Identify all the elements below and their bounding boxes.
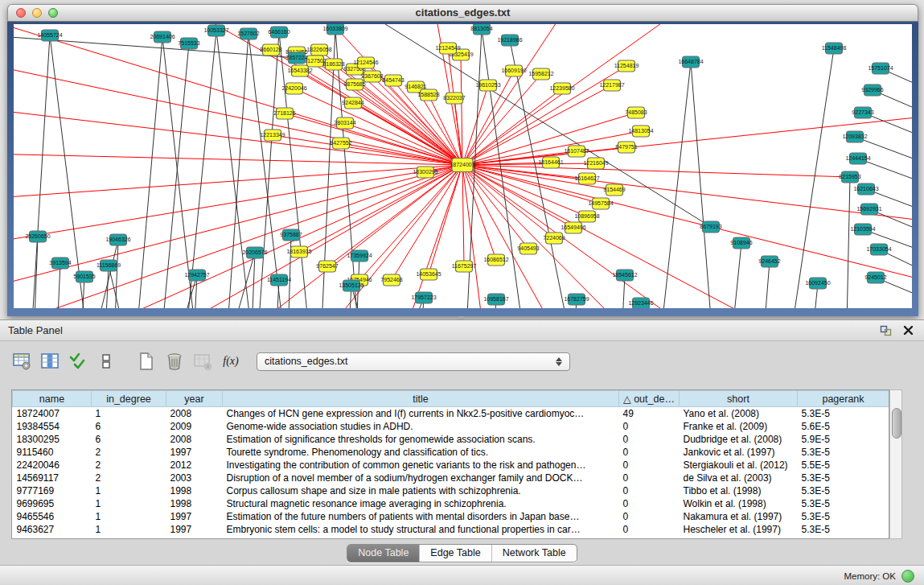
tab-node-table[interactable]: Node Table (347, 545, 419, 562)
minimize-window-button[interactable] (32, 8, 42, 18)
graph-node-yellow[interactable]: 2803144 (334, 117, 355, 129)
graph-node-teal[interactable]: 10958167 (483, 294, 508, 305)
graph-node-yellow[interactable]: 12216049 (583, 158, 608, 169)
graph-node-yellow[interactable]: 18164461 (538, 157, 563, 168)
table-cell[interactable]: 2 (92, 472, 166, 484)
table-cell[interactable]: 5.9E-5 (798, 433, 889, 446)
table-cell[interactable]: Stergiakouli et al. (2012) (680, 459, 798, 472)
table-cell[interactable]: 9699695 (13, 497, 92, 510)
graph-node-teal[interactable]: 16648784 (678, 56, 703, 68)
memory-status-indicator[interactable] (901, 570, 914, 583)
graph-node-teal[interactable]: 11451194 (267, 274, 291, 286)
graph-node-yellow[interactable]: 14957584 (588, 198, 613, 209)
table-cell[interactable]: 2 (92, 459, 166, 472)
graph-node-yellow[interactable]: 12217987 (599, 80, 624, 91)
table-cell[interactable]: 2003 (166, 472, 223, 484)
graph-node-teal[interactable]: 12942757 (184, 270, 209, 281)
graph-node-yellow[interactable]: 8186328 (322, 59, 344, 70)
graph-node-yellow[interactable]: 10896958 (574, 211, 599, 222)
column-header-name[interactable]: name (13, 391, 92, 407)
graph-node-teal[interactable]: 16210643 (853, 183, 878, 195)
graph-node-teal[interactable]: 6466160 (268, 27, 290, 38)
table-cell[interactable]: 6 (92, 433, 166, 446)
graph-node-teal[interactable]: 7515533 (178, 38, 199, 49)
graph-node-teal[interactable]: 19046326 (105, 234, 130, 245)
table-cell[interactable]: 0 (619, 484, 680, 497)
select-all-button[interactable] (68, 351, 88, 372)
float-panel-icon[interactable] (877, 323, 893, 338)
column-header-outde[interactable]: △ out_de… (619, 391, 680, 407)
table-cell[interactable]: 5.5E-5 (798, 459, 889, 472)
table-cell[interactable]: Investigating the contribution of common… (223, 459, 619, 472)
table-cell[interactable]: Estimation of significance thresholds fo… (223, 433, 619, 446)
graph-node-teal[interactable]: 1527602 (237, 28, 259, 39)
graph-node-teal[interactable]: 8813054 (470, 24, 492, 35)
graph-node-yellow[interactable]: 9242844 (342, 97, 363, 109)
graph-node-yellow[interactable]: 11675297 (452, 261, 477, 272)
graph-node-yellow[interactable]: 18724007 (450, 159, 474, 172)
graph-node-teal[interactable]: 9227343 (852, 107, 873, 118)
table-cell[interactable]: 19384554 (13, 420, 92, 433)
table-cell[interactable]: 5.3E-5 (798, 446, 889, 459)
window-titlebar[interactable]: citations_edges.txt (7, 4, 918, 22)
table-cell[interactable]: 0 (619, 420, 680, 433)
graph-node-teal[interactable]: 9246452 (758, 256, 780, 267)
graph-node-teal[interactable]: 11548498 (822, 43, 847, 54)
graph-node-teal[interactable]: 10053327 (203, 25, 228, 36)
table-cell[interactable]: 5.3E-5 (798, 407, 889, 421)
table-cell[interactable]: Changes of HCN gene expression and I(f) … (223, 407, 619, 421)
graph-node-teal[interactable]: 8679193 (700, 221, 721, 233)
graph-node-yellow[interactable]: 14053645 (416, 269, 441, 280)
table-cell[interactable]: 0 (619, 446, 680, 459)
table-cell[interactable]: Genome-wide association studies in ADHD. (223, 420, 619, 433)
table-row[interactable]: 911546021997Tourette syndrome. Phenomeno… (13, 446, 889, 459)
column-header-pagerank[interactable]: pagerank (798, 391, 889, 407)
table-cell[interactable]: 22420046 (13, 459, 92, 472)
function-builder-button[interactable]: f(x) (220, 351, 241, 372)
graph-node-teal[interactable]: 25260650 (25, 231, 50, 242)
graph-node-yellow[interactable]: 8322037 (443, 93, 465, 104)
graph-node-yellow[interactable]: 7224069 (543, 233, 565, 244)
table-cell[interactable]: 49 (619, 407, 680, 421)
table-scrollbar[interactable] (889, 389, 902, 539)
graph-node-yellow[interactable]: 8660128 (260, 44, 281, 56)
graph-node-yellow[interactable]: 18226058 (306, 44, 331, 56)
graph-node-teal[interactable]: 16782759 (564, 294, 589, 305)
graph-node-yellow[interactable]: 8427552 (330, 138, 351, 149)
column-header-indegree[interactable]: in_degree (92, 391, 166, 407)
table-cell[interactable]: Jankovic et al. (1997) (680, 446, 798, 459)
graph-node-yellow[interactable]: 16107487 (564, 146, 589, 157)
table-cell[interactable]: 2008 (166, 407, 223, 421)
graph-node-yellow[interactable]: 15958212 (528, 68, 553, 80)
table-cell[interactable]: 2008 (166, 433, 223, 446)
graph-node-teal[interactable]: 16092450 (805, 278, 830, 289)
tab-network-table[interactable]: Network Table (491, 545, 577, 562)
table-cell[interactable]: 0 (619, 433, 680, 446)
table-cell[interactable]: 0 (619, 459, 680, 472)
table-cell[interactable]: 1 (92, 407, 166, 421)
graph-node-teal[interactable]: 12103594 (850, 224, 875, 235)
graph-node-teal[interactable]: 11156869 (97, 260, 121, 271)
table-row[interactable]: 2242004622012Investigating the contribut… (13, 459, 889, 472)
network-table-select[interactable]: citations_edges.txt (257, 352, 570, 371)
graph-node-yellow[interactable]: 14813054 (628, 126, 653, 137)
zoom-window-button[interactable] (48, 8, 58, 18)
graph-node-teal[interactable]: 17359924 (347, 250, 372, 262)
graph-node-teal[interactable]: 12923446 (628, 298, 653, 308)
graph-node-yellow[interactable]: 16086512 (483, 254, 508, 266)
graph-node-teal[interactable]: 9375887 (280, 229, 302, 241)
table-scrollbar-thumb[interactable] (892, 408, 901, 439)
graph-node-teal[interactable]: 9245012 (864, 272, 886, 283)
close-window-button[interactable] (16, 8, 26, 18)
graph-node-yellow[interactable]: 12124546 (353, 57, 378, 68)
graph-node-yellow[interactable]: 1588528 (417, 89, 439, 101)
table-cell[interactable]: 9463627 (13, 523, 92, 536)
table-cell[interactable]: Nakamura et al. (1997) (680, 510, 798, 523)
table-cell[interactable]: 0 (619, 472, 680, 484)
select-columns-button[interactable] (39, 351, 60, 372)
graph-node-yellow[interactable]: 12213349 (260, 130, 285, 141)
table-cell[interactable]: 5.3E-5 (798, 523, 889, 536)
table-cell[interactable]: 2009 (166, 420, 223, 433)
table-cell[interactable]: 1 (92, 523, 166, 536)
table-cell[interactable]: Corpus callosum shape and size in male p… (223, 484, 619, 497)
